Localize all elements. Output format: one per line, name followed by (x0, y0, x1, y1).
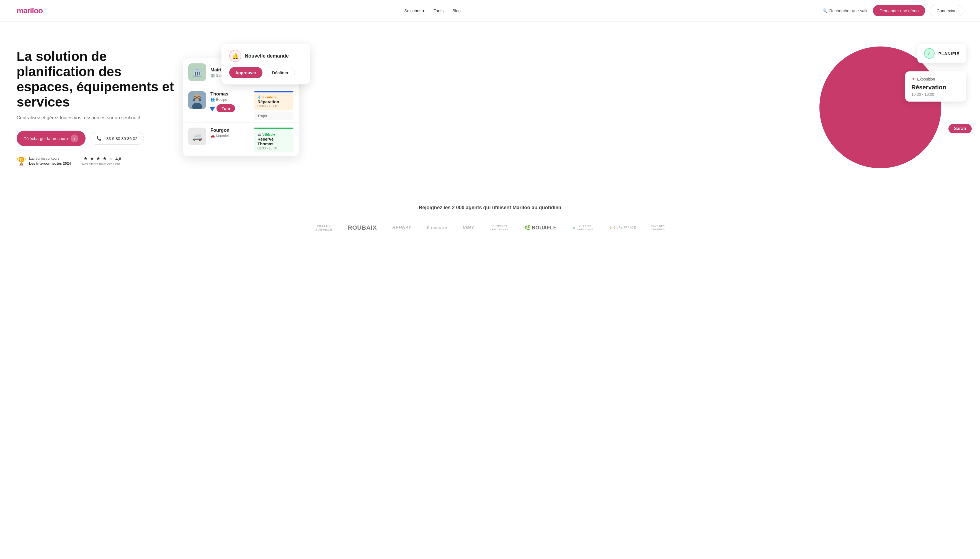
tom-arrow-icon: ▶ (209, 103, 217, 112)
star-4: ★ (103, 156, 106, 161)
green-progress-bar (254, 127, 293, 129)
list-item: VILLERSSUR★MER (315, 224, 332, 232)
chevron-down-icon: ▾ (422, 8, 425, 13)
search-icon: 🔍 (823, 8, 828, 13)
nav-tarifs[interactable]: Tarifs (434, 8, 444, 13)
vehicle-time: 08:30 - 10:30 (257, 146, 290, 150)
table-row: 🚐 Fourgon 🚗 Matériel 🚐 Véhicule (183, 122, 299, 156)
hero-left: La solution de planification des espaces… (17, 49, 177, 166)
award-icon: 🏆 (17, 157, 26, 166)
hero-bottom: 🏆 Lauréat du concours Les Interconnectés… (17, 156, 177, 166)
svg-rect-4 (193, 99, 195, 101)
demo-button[interactable]: Demander une démo (873, 5, 925, 17)
svg-rect-5 (199, 99, 201, 101)
trajet-task: Trajet (254, 111, 293, 120)
hero-section: La solution de planification des espaces… (0, 22, 980, 188)
vehicle-task: 🚐 Véhicule Réservé Thomas 08:30 - 10:30 (254, 130, 293, 152)
card-exposition: ✦ Exposition Réservation 10:00 - 18:00 (905, 71, 966, 102)
materiel-icon: 🚗 (210, 134, 215, 138)
building-icon: 🏢 (210, 73, 215, 78)
bg-circle (819, 46, 941, 168)
hero-buttons: Télécharger la brochure ↓ 📞 +33 9 80 80 … (17, 131, 177, 146)
rating-block: ★ ★ ★ ★ ★ 4,8 Nos clients nous évaluent (82, 156, 121, 166)
list-item: 🌾 GIVRY-FRANCE (609, 226, 636, 230)
star-1: ★ (84, 156, 87, 161)
list-item: HAUTEFORTSAINT-AGNAN (490, 225, 508, 232)
plumb-task: 💧 Plomberie Réparation 09:00 - 10:00 (254, 93, 293, 111)
list-item: PAYS DESLUMBRES (651, 225, 665, 232)
phone-button[interactable]: 📞 +33 9 80 80 36 02 (90, 132, 144, 145)
star-rating: ★ ★ ★ ★ ★ 4,8 (82, 156, 121, 161)
table-row: Thomas 👥 Équipe ▶ Tom � (183, 86, 299, 122)
phone-icon: 📞 (96, 136, 102, 141)
plumb-icon: 💧 (257, 95, 262, 99)
card-demande-title: Nouvelle demande (245, 53, 289, 59)
nav-solutions[interactable]: Solutions ▾ (404, 8, 425, 13)
navbar: mariloo Solutions ▾ Tarifs Blog 🔍 Recher… (0, 0, 980, 22)
list-item: Vimy (463, 225, 474, 230)
fourgon-type: 🚗 Matériel (210, 134, 250, 138)
avatar-fourgon: 🚐 (188, 127, 206, 145)
list-item: ⚙️ VILLE DESAINT-OMER (572, 225, 594, 232)
nav-blog[interactable]: Blog (452, 8, 461, 13)
tom-badge: Tom (217, 104, 235, 112)
search-trigger[interactable]: 🔍 Rechercher une salle (823, 8, 869, 13)
logos-title: Rejoignez les 2 000 agents qui utilisent… (17, 205, 963, 211)
logos-section: Rejoignez les 2 000 agents qui utilisent… (0, 188, 980, 243)
list-item: ROUBAIX (348, 224, 377, 232)
rating-label: Nos clients nous évaluent (82, 162, 121, 166)
avatar-mairie: 🏛️ (188, 63, 206, 81)
list-item: Bernay (392, 225, 411, 230)
card-nouvelle-demande: 🔔 Nouvelle demande Approuver Décliner (222, 44, 310, 84)
decline-button[interactable]: Décliner (266, 67, 295, 78)
hero-right: 🔔 Nouvelle demande Approuver Décliner ✓ … (177, 38, 963, 177)
award-badge: 🏆 Lauréat du concours Les Interconnectés… (17, 156, 71, 166)
nav-links: Solutions ▾ Tarifs Blog (404, 8, 461, 13)
star-5-half: ★ (109, 156, 113, 161)
plumb-title: Réparation (257, 99, 290, 104)
approve-button[interactable]: Approuver (229, 67, 262, 78)
plumb-time: 09:00 - 10:00 (257, 104, 290, 108)
planifie-label: PLANIFIÉ (939, 51, 960, 56)
logos-row: VILLERSSUR★MER ROUBAIX Bernay ⠿ DIRINON … (17, 224, 963, 232)
download-icon: ↓ (71, 134, 78, 142)
list-item: 🌿 Bouafle (524, 225, 557, 231)
sarah-badge: Sarah (949, 124, 972, 133)
star-3: ★ (96, 156, 100, 161)
exposition-type-label: Exposition (917, 77, 935, 81)
list-item: ⠿ DIRINON (427, 226, 447, 230)
star-2: ★ (90, 156, 94, 161)
exposition-title: Réservation (911, 84, 960, 91)
sarah-arrow-icon: ▶ (924, 120, 930, 129)
blue-progress-bar (254, 91, 293, 93)
team-icon: 👥 (210, 98, 215, 102)
card-planifie: ✓ PLANIFIÉ (917, 44, 966, 63)
thomas-timeline: 💧 Plomberie Réparation 09:00 - 10:00 Tra… (254, 93, 293, 120)
avatar-thomas (188, 91, 206, 109)
logo[interactable]: mariloo (17, 7, 43, 15)
bell-icon: 🔔 (229, 50, 242, 62)
vehicle-title: Réservé Thomas (257, 137, 290, 146)
connexion-button[interactable]: Connexion (930, 5, 963, 17)
brochure-button[interactable]: Télécharger la brochure ↓ (17, 131, 86, 146)
exposition-time: 10:00 - 18:00 (911, 92, 960, 97)
hero-subtitle: Centralisez et gérez toutes vos ressourc… (17, 115, 177, 121)
hero-title: La solution de planification des espaces… (17, 49, 177, 110)
exposition-icon: ✦ (911, 76, 915, 82)
vehicle-icon: 🚐 (257, 132, 262, 136)
fourgon-name: Fourgon (210, 127, 250, 133)
thomas-name: Thomas (210, 91, 250, 97)
check-icon: ✓ (924, 48, 935, 59)
nav-actions: 🔍 Rechercher une salle Demander une démo… (823, 5, 963, 17)
thomas-type: 👥 Équipe (210, 98, 250, 102)
